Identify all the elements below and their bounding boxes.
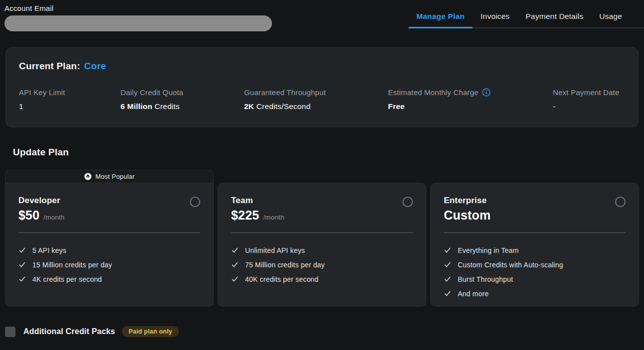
check-icon: [444, 261, 451, 268]
tab-usage[interactable]: Usage: [591, 12, 630, 27]
plan-price: Custom: [444, 208, 491, 223]
check-icon: [231, 261, 239, 268]
current-plan-title: Current Plan:Core: [19, 61, 625, 72]
plan-feature: Custom Credits with Auto-scaling: [444, 257, 626, 272]
plan-cards: Most Popular Developer $50 /month: [5, 170, 639, 307]
stat-daily-credit-quota: Daily Credit Quota 6 Million Credits: [121, 88, 244, 111]
plan-feature: 75 Million credits per day: [231, 257, 413, 272]
plan-period: /month: [263, 214, 284, 221]
stat-guaranteed-throughput: Guaranteed Throughput 2K Credits/Second: [244, 88, 388, 111]
topbar: Account Email Manage Plan Invoices Payme…: [0, 0, 644, 31]
stat-next-payment-date: Next Payment Date -: [553, 88, 625, 111]
flame-icon: [84, 173, 92, 180]
check-icon: [444, 246, 451, 254]
plan-card-developer: Most Popular Developer $50 /month: [5, 170, 214, 307]
team-plan-radio[interactable]: [402, 197, 413, 207]
plan-feature: 4K credits per second: [18, 272, 200, 286]
plan-feature: 40K credits per second: [231, 272, 413, 286]
divider: [231, 233, 413, 233]
tab-invoices[interactable]: Invoices: [473, 12, 517, 27]
check-icon: [231, 246, 239, 254]
stat-estimated-monthly-charge: Estimated Monthly Charge Free: [388, 88, 553, 111]
account-email-label: Account Email: [4, 4, 272, 12]
account-email-block: Account Email: [0, 0, 272, 31]
plan-feature: 5 API keys: [18, 243, 200, 257]
check-icon: [18, 246, 26, 254]
paid-plan-only-badge: Paid plan only: [122, 326, 179, 337]
additional-credit-packs-row: Additional Credit Packs Paid plan only: [5, 326, 644, 337]
billing-tabs: Manage Plan Invoices Payment Details Usa…: [408, 0, 644, 28]
current-plan-stats: API Key Limit 1 Daily Credit Quota 6 Mil…: [19, 88, 625, 111]
most-popular-label: Most Popular: [96, 173, 135, 180]
plan-name: Developer: [18, 196, 65, 206]
plan-period: /month: [43, 214, 64, 221]
plan-name: Enterprise: [444, 196, 495, 206]
billing-page: Account Email Manage Plan Invoices Payme…: [0, 0, 644, 337]
divider: [18, 233, 200, 233]
plan-card-team[interactable]: Team $225 /month Unlimited API keys 75 M…: [218, 183, 426, 307]
info-icon[interactable]: [482, 88, 491, 97]
current-plan-title-prefix: Current Plan:: [19, 61, 80, 71]
plan-price: $50: [18, 208, 39, 223]
account-email-value: [4, 15, 272, 31]
plan-card-enterprise[interactable]: Enterprise Custom Everything in Team Cus…: [430, 183, 639, 307]
plan-feature: Everything in Team: [444, 243, 626, 257]
check-icon: [18, 261, 26, 268]
additional-credit-packs-label: Additional Credit Packs: [23, 327, 115, 336]
plan-body-developer[interactable]: Developer $50 /month 5 API keys: [5, 183, 214, 307]
plan-feature: Unlimited API keys: [231, 243, 413, 257]
stat-api-key-limit: API Key Limit 1: [19, 88, 121, 111]
current-plan-name: Core: [84, 61, 106, 71]
additional-credit-packs-checkbox[interactable]: [5, 327, 15, 337]
plan-feature: Burst Throughput: [444, 272, 626, 286]
check-icon: [18, 275, 26, 283]
check-icon: [444, 290, 451, 297]
divider: [444, 233, 626, 233]
plan-name: Team: [231, 196, 284, 206]
plan-feature: And more: [444, 286, 626, 301]
developer-plan-radio[interactable]: [190, 197, 200, 207]
check-icon: [444, 275, 451, 283]
plan-feature: 15 Million credits per day: [18, 257, 200, 272]
tab-manage-plan[interactable]: Manage Plan: [408, 12, 473, 27]
plan-price: $225: [231, 208, 259, 223]
enterprise-plan-radio[interactable]: [615, 197, 626, 207]
current-plan-card: Current Plan:Core API Key Limit 1 Daily …: [5, 47, 639, 127]
update-plan-heading: Update Plan: [13, 147, 644, 158]
check-icon: [231, 275, 239, 283]
most-popular-band: Most Popular: [5, 170, 214, 183]
tab-payment-details[interactable]: Payment Details: [517, 12, 591, 27]
